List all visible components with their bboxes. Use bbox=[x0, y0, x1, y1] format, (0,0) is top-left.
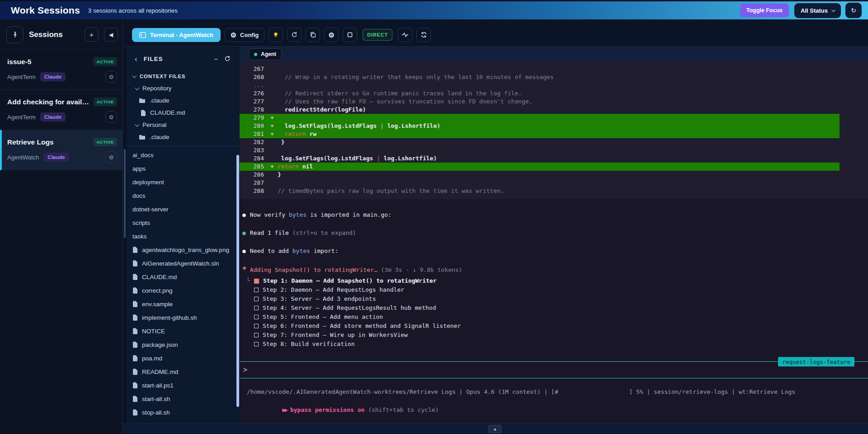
collapse-files-icon[interactable]: ‹ bbox=[135, 55, 137, 63]
file-item-start-all-ps1[interactable]: start-all.ps1 bbox=[127, 378, 240, 392]
entry-label: deployment bbox=[132, 179, 164, 186]
task-block: * Adding Snapshot() to rotatingWriter… (… bbox=[240, 265, 868, 349]
session-settings-button[interactable]: ⚙ bbox=[105, 111, 117, 123]
minimize-files-button[interactable]: − bbox=[214, 55, 218, 63]
status-filter-dropdown[interactable]: All Status bbox=[794, 3, 841, 18]
file-item-start-all-sh[interactable]: start-all.sh bbox=[127, 392, 240, 406]
sync-button[interactable] bbox=[416, 28, 431, 42]
task-steps: └Step 1: Daemon — Add Snapshot() to rota… bbox=[242, 276, 868, 349]
header-subtitle: 3 sessions across all repositories bbox=[88, 7, 178, 14]
session-card[interactable]: Retrieve LogsACTIVEAgentWatchClaude⚙ bbox=[0, 130, 123, 170]
tab-terminal-agentwatch[interactable]: Terminal - AgentWatch bbox=[132, 28, 221, 42]
session-repo-label: AgentTerm bbox=[7, 114, 36, 121]
context-files-tree: CONTEXT FILESRepository.claudeCLAUDE.mdP… bbox=[127, 66, 240, 143]
code-block: 267268 // Wrap in a rotating writer that… bbox=[240, 62, 868, 199]
entry-label: env.sample bbox=[142, 301, 173, 308]
bulb-button[interactable] bbox=[269, 28, 283, 42]
step-todo-checkbox bbox=[254, 315, 259, 319]
entry-label: package.json bbox=[142, 341, 178, 348]
session-card[interactable]: Add checking for availabl…ACTIVEAgentTer… bbox=[0, 90, 123, 130]
entry-label: start-all.ps1 bbox=[142, 382, 174, 389]
file-item-notice[interactable]: NOTICE bbox=[127, 324, 240, 338]
file-item-readme-md[interactable]: README.md bbox=[127, 365, 240, 378]
folder-item-tasks[interactable]: tasks bbox=[127, 229, 240, 243]
file-item-poa-md[interactable]: poa.md bbox=[127, 351, 240, 365]
folder-icon bbox=[139, 134, 146, 140]
step-todo-checkbox bbox=[254, 342, 259, 346]
session-card[interactable]: issue-5ACTIVEAgentTermClaude⚙ bbox=[0, 50, 123, 90]
line-number: 285 bbox=[240, 163, 267, 171]
agent-messages: ●Now verify bytes is imported in main.go… bbox=[240, 199, 868, 255]
tree-item--claude[interactable]: .claude bbox=[127, 131, 240, 143]
collapse-sidebar-button[interactable]: ◀ bbox=[104, 28, 118, 42]
file-item-implement-github-sh[interactable]: implement-github.sh bbox=[127, 311, 240, 324]
file-item-package-json[interactable]: package.json bbox=[127, 338, 240, 351]
add-session-button[interactable]: + bbox=[85, 28, 99, 42]
folder-item-dotnet-server[interactable]: dotnet-server bbox=[127, 202, 240, 216]
code-line: 279+ bbox=[240, 114, 840, 122]
code-line: 284 log.SetFlags(log.LstdFlags | log.Lsh… bbox=[240, 154, 868, 163]
file-icon bbox=[141, 110, 146, 116]
folder-item-docs[interactable]: docs bbox=[127, 189, 240, 202]
scroll-up-button[interactable]: ▲ bbox=[488, 425, 502, 433]
code-line: 288// timedBytes pairs raw log output wi… bbox=[240, 187, 868, 195]
code-text: return nil bbox=[278, 163, 313, 171]
status-filter-value: All Status bbox=[801, 7, 828, 14]
code-text: // timedBytes pairs raw log output with … bbox=[278, 187, 504, 195]
context-files-section[interactable]: CONTEXT FILES bbox=[127, 70, 240, 82]
file-item-claude-md[interactable]: CLAUDE.md bbox=[127, 270, 240, 284]
square-button[interactable] bbox=[343, 28, 357, 42]
line-number: 283 bbox=[240, 146, 267, 154]
session-status-badge: ACTIVE bbox=[94, 138, 117, 146]
session-settings-button[interactable]: ⚙ bbox=[105, 151, 117, 163]
code-text: redirectStderr(logFile) bbox=[278, 106, 366, 114]
config-button[interactable]: ⚙ Config bbox=[225, 28, 265, 42]
toolbar: Terminal - AgentWatch ⚙ Config ⚙ DIRECT bbox=[123, 20, 868, 47]
section-label: CONTEXT FILES bbox=[140, 74, 185, 79]
folder-item-apps[interactable]: apps bbox=[127, 162, 240, 175]
diff-marker bbox=[267, 179, 278, 187]
diff-marker: + bbox=[267, 114, 278, 122]
session-settings-button[interactable]: ⚙ bbox=[105, 71, 117, 83]
pin-icon-button[interactable] bbox=[6, 26, 24, 43]
tree-item-repository[interactable]: Repository bbox=[127, 82, 240, 94]
collapse-left-icon: ◀ bbox=[109, 32, 113, 38]
sessions-scrollbar-thumb[interactable] bbox=[124, 149, 126, 238]
code-line: 268 // Wrap in a rotating writer that ke… bbox=[240, 73, 868, 81]
refresh-button[interactable] bbox=[287, 28, 302, 42]
code-line: 267 bbox=[240, 65, 868, 73]
repo-file-list: ai_docsappsdeploymentdocsdotnet-serversc… bbox=[127, 148, 240, 419]
header-refresh-button[interactable]: ↻ bbox=[845, 3, 862, 18]
tree-item--claude[interactable]: .claude bbox=[127, 94, 240, 107]
prompt-input[interactable]: > request-logs-feature bbox=[240, 361, 868, 378]
tree-item-personal[interactable]: Personal bbox=[127, 119, 240, 131]
prompt-chevron: > bbox=[243, 366, 247, 374]
file-item-correct-png[interactable]: correct.png bbox=[127, 284, 240, 297]
folder-item-deployment[interactable]: deployment bbox=[127, 175, 240, 189]
file-item-aigeneratedagentwatch-sln[interactable]: AIGeneratedAgentWatch.sln bbox=[127, 257, 240, 270]
line-number: 286 bbox=[240, 171, 267, 179]
reload-files-icon[interactable] bbox=[224, 56, 231, 62]
folder-item-scripts[interactable]: scripts bbox=[127, 216, 240, 229]
copy-button[interactable] bbox=[306, 28, 320, 42]
chevron-down-icon bbox=[135, 86, 139, 90]
copy-icon bbox=[310, 32, 316, 38]
line-number: 287 bbox=[240, 179, 267, 187]
file-icon bbox=[132, 382, 138, 388]
step-label: Step 2: Daemon — Add RequestLogs handler bbox=[263, 285, 404, 294]
pulse-button[interactable] bbox=[398, 28, 412, 42]
tree-item-claude-md[interactable]: CLAUDE.md bbox=[127, 107, 240, 119]
step-todo-checkbox bbox=[254, 288, 259, 292]
gear-button[interactable]: ⚙ bbox=[324, 28, 339, 42]
toggle-focus-button[interactable]: Toggle Focus bbox=[740, 4, 789, 17]
bullet-icon: ● bbox=[242, 229, 246, 236]
bottom-bar: ▲ bbox=[123, 424, 868, 434]
entry-label: correct.png bbox=[142, 287, 173, 294]
file-item-stop-all-sh[interactable]: stop-all.sh bbox=[127, 406, 240, 419]
session-agent-badge: Claude bbox=[40, 72, 66, 81]
code-line: 281+ return rw bbox=[240, 130, 840, 138]
file-item-env-sample[interactable]: env.sample bbox=[127, 297, 240, 311]
folder-item-ai-docs[interactable]: ai_docs bbox=[127, 148, 240, 162]
file-item-agentwatchlogo-trans-glow-png[interactable]: agentwatchlogo_trans_glow.png bbox=[127, 243, 240, 257]
files-scrollbar-thumb[interactable] bbox=[236, 155, 239, 407]
